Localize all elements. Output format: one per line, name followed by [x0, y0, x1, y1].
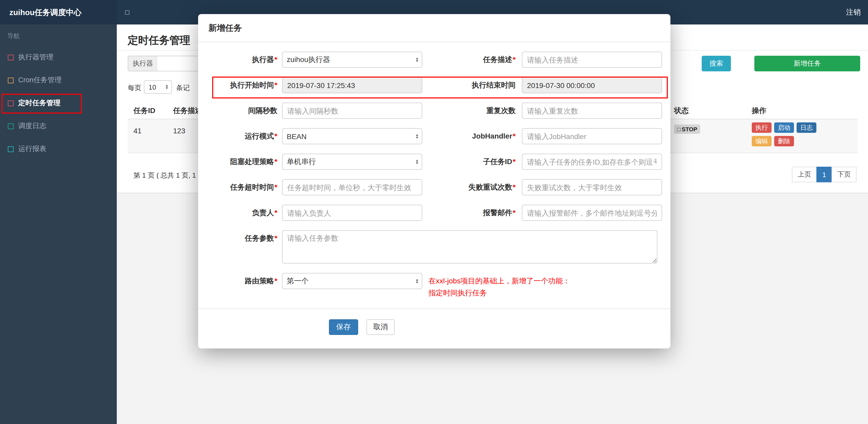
pagination-prev[interactable]: 上页 — [792, 167, 817, 182]
col-header-ops: 操作 — [752, 106, 766, 116]
sidebar: 导航 执行器管理 Cron任务管理 定时任务管理 调度日志 运行报表 — [0, 25, 117, 424]
block-strategy-select[interactable]: 单机串行 ▲▼ — [282, 154, 422, 170]
job-desc-input[interactable] — [522, 52, 662, 68]
end-time-label: 执行结束时间 — [422, 77, 522, 93]
job-param-textarea[interactable] — [282, 230, 657, 264]
run-mode-select[interactable]: BEAN ▲▼ — [282, 128, 422, 144]
modal-footer: 保存 取消 — [198, 308, 671, 349]
cancel-button[interactable]: 取消 — [367, 319, 395, 335]
job-desc-label: 任务描述* — [422, 52, 522, 68]
end-time-input[interactable] — [522, 77, 662, 93]
start-time-label: 执行开始时间* — [209, 77, 282, 93]
delete-button[interactable]: 删除 — [774, 136, 794, 146]
add-task-modal: 新增任务 执行器* zuihou执行器 ▲▼ 任务描述* 执行开始时间* 执行结… — [198, 14, 671, 349]
start-button[interactable]: 启动 — [774, 122, 794, 133]
route-strategy-select[interactable]: 第一个 ▲▼ — [282, 273, 422, 289]
save-button[interactable]: 保存 — [329, 319, 358, 335]
route-strategy-label: 路由策略* — [209, 273, 282, 289]
run-button[interactable]: 执行 — [752, 122, 772, 133]
block-strategy-label: 阻塞处理策略* — [209, 154, 282, 170]
repeat-count-input[interactable] — [522, 103, 662, 119]
status-text: STOP — [682, 126, 697, 132]
log-button[interactable]: 日志 — [797, 122, 816, 133]
sidebar-item-executor-manage[interactable]: 执行器管理 — [0, 46, 117, 69]
col-header-status: 状态 — [674, 106, 689, 116]
timeout-input[interactable] — [282, 179, 422, 195]
author-input[interactable] — [282, 205, 422, 221]
menu-square-icon — [8, 100, 13, 106]
menu-square-icon — [8, 123, 13, 129]
executor-select[interactable]: zuihou执行器 ▲▼ — [282, 52, 422, 68]
route-strategy-select-value: 第一个 — [287, 276, 309, 286]
app-root: zuihou任务调度中心 □ 注销 导航 执行器管理 Cron任务管理 定时任务… — [0, 0, 868, 424]
sidebar-item-label: 调度日志 — [18, 121, 46, 131]
interval-input[interactable] — [282, 103, 422, 119]
select-arrows-icon: ▲▼ — [415, 279, 418, 284]
fail-retry-input[interactable] — [522, 179, 662, 195]
modal-title: 新增任务 — [198, 14, 671, 42]
per-page-suffix: 条记 — [176, 83, 190, 93]
select-arrows-icon: ▲▼ — [415, 57, 418, 62]
cell-task-desc: 123 — [173, 127, 185, 135]
pagination-page-1[interactable]: 1 — [816, 167, 832, 182]
logout-link[interactable]: 注销 — [846, 0, 861, 25]
pagination-info: 第 1 页 ( 总共 1 页, 1 — [133, 171, 196, 180]
sidebar-item-cron-task[interactable]: Cron任务管理 — [0, 69, 117, 92]
repeat-count-label: 重复次数 — [422, 103, 522, 119]
edit-button[interactable]: 编辑 — [752, 136, 772, 146]
block-strategy-select-value: 单机串行 — [287, 157, 316, 166]
sidebar-item-timed-task[interactable]: 定时任务管理 — [0, 92, 117, 115]
feature-note-line1: 在xxl-jobs项目的基础上，新增了一个功能： — [429, 275, 662, 287]
search-button[interactable]: 搜索 — [702, 56, 731, 71]
app-brand: zuihou任务调度中心 — [0, 0, 117, 25]
job-param-label: 任务参数* — [209, 230, 282, 247]
sidebar-item-schedule-log[interactable]: 调度日志 — [0, 115, 117, 137]
feature-note-line2: 指定时间执行任务 — [429, 287, 662, 299]
sidebar-item-label: 定时任务管理 — [18, 98, 60, 108]
status-badge: □ STOP — [674, 125, 701, 134]
job-handler-input[interactable] — [522, 128, 662, 144]
run-mode-select-value: BEAN — [287, 132, 307, 140]
job-handler-label: JobHandler* — [422, 128, 522, 144]
select-arrows-icon: ▲▼ — [165, 85, 168, 90]
timeout-label: 任务超时时间* — [209, 179, 282, 195]
pagination: 上页 1 下页 — [793, 167, 857, 182]
row-actions: 执行 启动 日志 编辑 删除 — [752, 122, 840, 150]
col-header-task-id: 任务ID — [133, 106, 155, 116]
page-title: 定时任务管理 — [128, 33, 190, 47]
pagination-next[interactable]: 下页 — [832, 167, 857, 182]
interval-label: 间隔秒数 — [209, 103, 282, 119]
sidebar-item-label: 运行报表 — [18, 144, 46, 154]
modal-form: 执行器* zuihou执行器 ▲▼ 任务描述* 执行开始时间* 执行结束时间 间… — [198, 42, 671, 349]
sidebar-item-run-report[interactable]: 运行报表 — [0, 137, 117, 160]
per-page-select[interactable]: 10 ▲▼ — [144, 80, 172, 94]
start-time-input[interactable] — [282, 77, 422, 93]
per-page-prefix: 每页 — [128, 83, 141, 93]
alarm-email-input[interactable] — [522, 205, 662, 221]
add-task-button[interactable]: 新增任务 — [754, 56, 860, 71]
sidebar-item-label: 执行器管理 — [18, 53, 54, 62]
fail-retry-label: 失败重试次数* — [422, 179, 522, 195]
sidebar-nav-label: 导航 — [0, 25, 117, 46]
select-arrows-icon: ▲▼ — [415, 134, 418, 139]
executor-select-value: zuihou执行器 — [287, 55, 330, 64]
alarm-email-label: 报警邮件* — [422, 205, 522, 221]
executor-filter-addon: 执行器 — [128, 56, 158, 71]
author-label: 负责人* — [209, 205, 282, 221]
menu-square-icon — [8, 55, 13, 60]
run-mode-label: 运行模式* — [209, 128, 282, 144]
menu-square-icon — [8, 146, 13, 152]
cell-task-id: 41 — [133, 127, 142, 135]
child-job-id-input[interactable] — [522, 154, 662, 170]
per-page-value: 10 — [149, 83, 156, 91]
stop-icon: □ — [677, 126, 681, 132]
menu-square-icon — [8, 77, 13, 83]
executor-label: 执行器* — [209, 52, 282, 68]
child-job-id-label: 子任务ID* — [422, 154, 522, 170]
select-arrows-icon: ▲▼ — [415, 159, 418, 164]
feature-note: 在xxl-jobs项目的基础上，新增了一个功能： 指定时间执行任务 — [422, 273, 671, 299]
sidebar-toggle-icon[interactable]: □ — [125, 0, 129, 25]
sidebar-item-label: Cron任务管理 — [18, 75, 62, 85]
